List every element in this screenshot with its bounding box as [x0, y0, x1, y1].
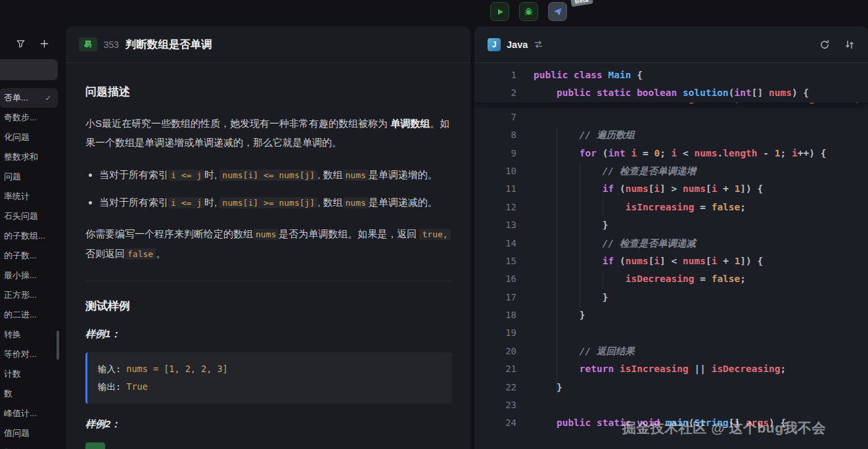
code-line[interactable]: 18 } [474, 306, 868, 324]
code-line[interactable]: 14 // 检查是否单调递减 [474, 235, 868, 252]
code-line[interactable]: 23 [474, 396, 868, 414]
language-switch-button[interactable] [534, 39, 543, 49]
sample1-label: 样例1： [85, 328, 452, 341]
sidebar-item[interactable]: 数第五 [0, 443, 58, 449]
sidebar-item-label: 峰值计... [4, 408, 37, 419]
debug-button[interactable] [519, 2, 538, 21]
check-icon: ✓ [45, 94, 51, 103]
paper-plane-icon [553, 7, 562, 16]
sidebar-item[interactable]: 值问题 [0, 423, 58, 443]
code-line[interactable]: 9 for (int i = 0; i < nums.length - 1; i… [474, 145, 868, 162]
line-number: 9 [474, 145, 516, 162]
sidebar-item[interactable]: 否单...✓ [0, 88, 58, 108]
sidebar-item[interactable]: 奇数步... [0, 108, 58, 128]
code-line[interactable]: 7 [474, 108, 868, 126]
line-number: 7 [474, 108, 516, 126]
sample1-code-block: 输入: nums = [1, 2, 2, 3]输出: True [85, 352, 452, 404]
sticky-scroll-lines: 1public class Main {2 public static bool… [474, 66, 868, 103]
sidebar-item[interactable]: 正方形... [0, 285, 58, 305]
problem-panel: 易 353 判断数组是否单调 问题描述 小S最近在研究一些数组的性质，她发现有一… [66, 26, 470, 449]
reset-code-button[interactable] [819, 39, 830, 50]
sidebar-item-label: 否单... [4, 92, 28, 104]
problem-header: 易 353 判断数组是否单调 [66, 26, 470, 63]
app-window: Beta 否单...✓奇数步...化问题整数求和问题率统计石头问题的子数组...… [0, 0, 868, 449]
code-line[interactable]: boolean isIncreasing = true, isDecreasin… [474, 103, 868, 108]
sidebar-item-label: 值问题 [4, 427, 30, 439]
layout-compare-button[interactable] [844, 39, 855, 50]
sidebar-item[interactable]: 最小操... [0, 266, 58, 285]
sidebar-item[interactable]: 数 [0, 384, 58, 404]
line-number: 22 [474, 379, 516, 396]
indent-guide [603, 271, 603, 289]
code-line[interactable]: 16 isDecreasing = false; [474, 270, 868, 288]
sidebar-item[interactable]: 石头问题 [0, 206, 58, 226]
sidebar-item-label: 的子数... [4, 250, 37, 262]
line-number: 8 [474, 126, 516, 144]
sidebar-item[interactable]: 峰值计... [0, 404, 58, 423]
editor-header-actions [819, 39, 855, 50]
code-line[interactable]: 10 // 检查是否单调递增 [474, 162, 868, 180]
code-editor[interactable]: 1public class Main {2 public static bool… [474, 64, 868, 449]
code-line[interactable]: 2 public static boolean solution(int[] n… [474, 84, 868, 102]
sidebar-item-label: 整数求和 [4, 151, 38, 163]
sidebar-scrollbar[interactable] [57, 331, 59, 360]
description-heading: 问题描述 [85, 84, 452, 99]
code-editor-panel: J Java [474, 26, 868, 449]
run-button[interactable] [490, 2, 509, 21]
bullet-item: 当对于所有索引i <= j时, nums[i] >= nums[j], 数组nu… [99, 193, 452, 212]
code-line[interactable]: 1public class Main { [474, 66, 868, 84]
submit-button[interactable] [548, 2, 567, 21]
sidebar-item-label: 数 [4, 388, 12, 400]
code-line[interactable]: 11 if (nums[i] > nums[i + 1]) { [474, 180, 868, 198]
line-number: 16 [474, 270, 516, 288]
description-paragraph-2: 你需要编写一个程序来判断给定的数组nums是否为单调数组。如果是，返回 true… [85, 224, 452, 264]
line-number: 21 [474, 360, 516, 378]
bullet-item: 当对于所有索引i <= j时, nums[i] <= nums[j], 数组nu… [99, 165, 452, 185]
code-line[interactable]: 12 isIncreasing = false; [474, 199, 868, 216]
sidebar-item-label: 转换 [4, 329, 21, 341]
sidebar-item-label: 奇数步... [4, 112, 37, 124]
sidebar-item[interactable]: 等价对... [0, 344, 58, 364]
sidebar-item[interactable]: 的二进... [0, 305, 58, 325]
line-number: 13 [474, 216, 516, 234]
java-icon: J [488, 38, 501, 51]
sidebar-search-input[interactable] [0, 59, 58, 80]
add-problem-button[interactable] [39, 39, 49, 49]
sidebar-item-label: 计数 [4, 368, 21, 380]
filter-button[interactable] [16, 39, 26, 49]
partial-badge [85, 442, 105, 449]
sidebar-item[interactable]: 计数 [0, 364, 58, 384]
line-number: 11 [474, 180, 516, 198]
compare-icon [844, 39, 855, 50]
description-paragraph-1: 小S最近在研究一些数组的性质，她发现有一种非常有趣的数组被称为 单调数组。如果一… [85, 114, 452, 152]
code-line[interactable]: 13 } [474, 216, 868, 234]
code-line[interactable]: 22 } [474, 379, 868, 396]
code-line[interactable]: 15 if (nums[i] < nums[i + 1]) { [474, 252, 868, 270]
sidebar-item[interactable]: 的子数... [0, 246, 58, 266]
problem-list: 否单...✓奇数步...化问题整数求和问题率统计石头问题的子数组...的子数..… [0, 88, 66, 449]
line-number: 24 [474, 414, 516, 432]
problem-description-body: 问题描述 小S最近在研究一些数组的性质，她发现有一种非常有趣的数组被称为 单调数… [66, 63, 470, 449]
sample-line: 输出: True [98, 378, 442, 396]
sidebar-item[interactable]: 转换 [0, 325, 58, 344]
language-selector[interactable]: Java [507, 39, 528, 50]
code-line[interactable]: 20 // 返回结果 [474, 343, 868, 360]
sidebar-item[interactable]: 的子数组... [0, 226, 58, 246]
code-line[interactable]: 17 } [474, 289, 868, 306]
problem-id: 353 [104, 39, 119, 50]
sidebar-item[interactable]: 整数求和 [0, 147, 58, 167]
sidebar-item-label: 的子数组... [4, 230, 45, 242]
sidebar-item[interactable]: 率统计 [0, 187, 58, 206]
code-line[interactable]: 8 // 遍历数组 [474, 126, 868, 144]
indent-guide [557, 126, 557, 397]
topbar-buttons: Beta [490, 2, 577, 21]
sidebar-item-label: 石头问题 [4, 210, 38, 222]
difficulty-badge: 易 [79, 37, 97, 51]
line-number: 15 [474, 252, 516, 270]
code-line[interactable]: 21 return isIncreasing || isDecreasing; [474, 360, 868, 378]
code-line[interactable]: 19 [474, 324, 868, 342]
line-number: 23 [474, 396, 516, 414]
sidebar-item[interactable]: 问题 [0, 167, 58, 187]
line-number [474, 103, 516, 108]
sidebar-item[interactable]: 化问题 [0, 128, 58, 147]
